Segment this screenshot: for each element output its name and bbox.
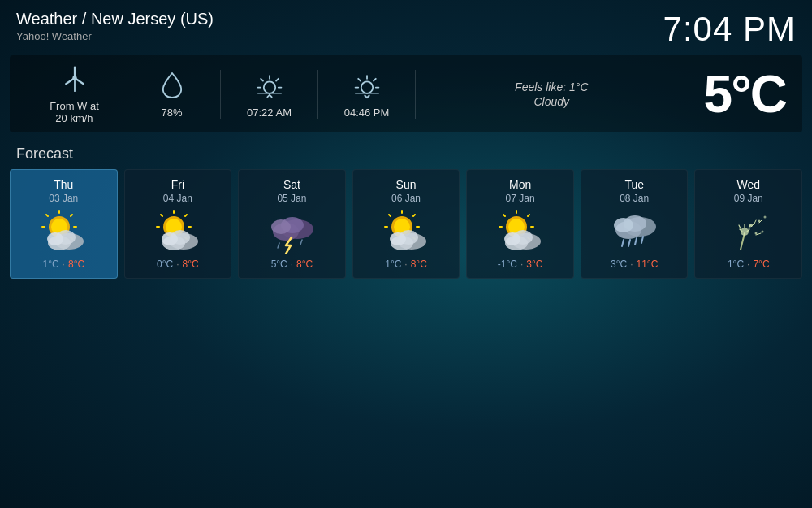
forecast-card-thu[interactable]: Thu 03 Jan 1°C — [10, 169, 118, 279]
wind-value: From W at 20 km/h — [50, 100, 99, 124]
sunrise-icon — [255, 70, 284, 103]
svg-line-38 — [185, 215, 187, 216]
forecast-date: 05 Jan — [277, 193, 306, 204]
forecast-date: 09 Jan — [734, 193, 763, 204]
svg-line-59 — [389, 215, 391, 216]
forecast-temps: 1°C · 8°C — [42, 258, 84, 270]
svg-line-97 — [749, 225, 750, 228]
forecast-day: Mon — [509, 178, 531, 191]
svg-line-81 — [622, 240, 624, 246]
forecast-date: 08 Jan — [620, 193, 649, 204]
sunset-value: 04:46 PM — [344, 106, 390, 119]
forecast-weather-icon — [606, 209, 663, 254]
temp-separator: · — [747, 258, 749, 270]
svg-line-98 — [739, 225, 741, 228]
sunset-icon — [352, 70, 382, 103]
forecast-temps: -1°C · 3°C — [498, 258, 543, 270]
svg-point-93 — [754, 232, 757, 235]
svg-line-84 — [641, 237, 643, 243]
svg-line-29 — [46, 215, 48, 216]
svg-point-80 — [614, 218, 633, 232]
temp-high: 7°C — [753, 258, 769, 270]
svg-line-52 — [300, 240, 302, 245]
svg-line-9 — [261, 78, 263, 80]
svg-line-16 — [374, 78, 376, 80]
svg-line-83 — [635, 238, 637, 245]
forecast-temps: 5°C · 8°C — [271, 258, 313, 270]
humidity-value: 78% — [161, 106, 182, 119]
temp-separator: · — [63, 258, 65, 270]
sunrise-condition: 07:22 AM — [221, 70, 318, 119]
forecast-day: Wed — [736, 178, 760, 191]
temp-low: 1°C — [728, 258, 744, 270]
svg-line-18 — [358, 78, 361, 80]
temp-separator: · — [520, 258, 523, 270]
forecast-weather-icon — [263, 209, 320, 254]
forecast-date: 06 Jan — [391, 193, 421, 204]
feels-like-text: Feels like: 1°C — [515, 80, 588, 93]
temp-separator: · — [291, 258, 293, 270]
svg-point-95 — [761, 231, 763, 233]
wind-condition: From W at 20 km/h — [26, 63, 123, 124]
temp-low: 1°C — [42, 258, 58, 270]
wind-icon — [60, 63, 89, 97]
forecast-weather-icon — [720, 209, 777, 254]
forecast-card-sat[interactable]: Sat 05 Jan 5°C · 8°C — [238, 169, 346, 279]
forecast-card-wed[interactable]: Wed 09 Jan — [694, 169, 802, 279]
svg-point-50 — [271, 219, 291, 234]
forecast-day: Sat — [283, 178, 300, 191]
temp-high: 8°C — [296, 258, 313, 270]
forecast-temps: 1°C · 8°C — [385, 258, 427, 270]
svg-point-76 — [504, 232, 520, 245]
forecast-weather-icon — [378, 209, 434, 254]
temp-low: 5°C — [271, 258, 287, 270]
svg-line-51 — [278, 243, 279, 248]
svg-point-92 — [763, 216, 766, 219]
svg-point-34 — [47, 232, 63, 245]
forecast-temps: 0°C · 8°C — [157, 258, 199, 270]
forecast-card-fri[interactable]: Fri 04 Jan 0°C — [124, 169, 232, 279]
forecast-card-tue[interactable]: Tue 08 Jan 3°C · 11°C — [581, 169, 689, 279]
humidity-icon — [161, 70, 184, 103]
humidity-condition: 78% — [123, 70, 221, 119]
svg-point-14 — [361, 81, 372, 93]
app-source: Yahoo! Weather — [16, 30, 214, 42]
current-time: 7:04 PM — [663, 10, 796, 49]
temp-low: 3°C — [611, 258, 627, 270]
forecast-weather-icon — [149, 209, 206, 254]
forecast-card-sun[interactable]: Sun 06 Jan 1°C — [352, 169, 460, 279]
svg-line-22 — [367, 95, 369, 98]
forecast-temps: 3°C · 11°C — [611, 258, 658, 270]
svg-line-26 — [71, 215, 72, 216]
forecast-card-mon[interactable]: Mon 07 Jan -1° — [466, 169, 574, 279]
svg-point-64 — [390, 232, 406, 245]
temp-high: 11°C — [637, 258, 659, 270]
svg-line-85 — [741, 233, 745, 250]
svg-line-68 — [528, 215, 529, 216]
forecast-temps: 1°C · 7°C — [728, 258, 770, 270]
forecast-date: 04 Jan — [163, 193, 192, 204]
svg-line-82 — [628, 240, 630, 246]
sunrise-value: 07:22 AM — [247, 106, 292, 119]
temp-high: 8°C — [68, 258, 84, 270]
forecast-date: 07 Jan — [506, 193, 535, 204]
feels-like-area: Feels like: 1°C Cloudy — [416, 80, 688, 108]
svg-line-7 — [276, 78, 279, 80]
svg-line-41 — [161, 215, 162, 216]
svg-line-56 — [413, 215, 415, 216]
forecast-label: Forecast — [0, 132, 812, 169]
forecast-day: Sun — [396, 178, 417, 191]
temp-low: -1°C — [498, 258, 517, 270]
conditions-bar: From W at 20 km/h 78% — [10, 55, 802, 132]
current-temperature: 5°C — [704, 64, 786, 124]
app-header: Weather / New Jersey (US) Yahoo! Weather… — [0, 0, 812, 55]
temp-separator: · — [630, 258, 633, 270]
sunset-condition: 04:46 PM — [318, 70, 416, 119]
forecast-day: Fri — [171, 178, 184, 191]
temp-high: 8°C — [183, 258, 199, 270]
svg-line-13 — [270, 94, 272, 97]
app-title: Weather / New Jersey (US) — [16, 10, 214, 28]
forecast-grid: Thu 03 Jan 1°C — [0, 169, 812, 279]
svg-point-46 — [162, 232, 178, 245]
forecast-weather-icon — [492, 209, 549, 254]
